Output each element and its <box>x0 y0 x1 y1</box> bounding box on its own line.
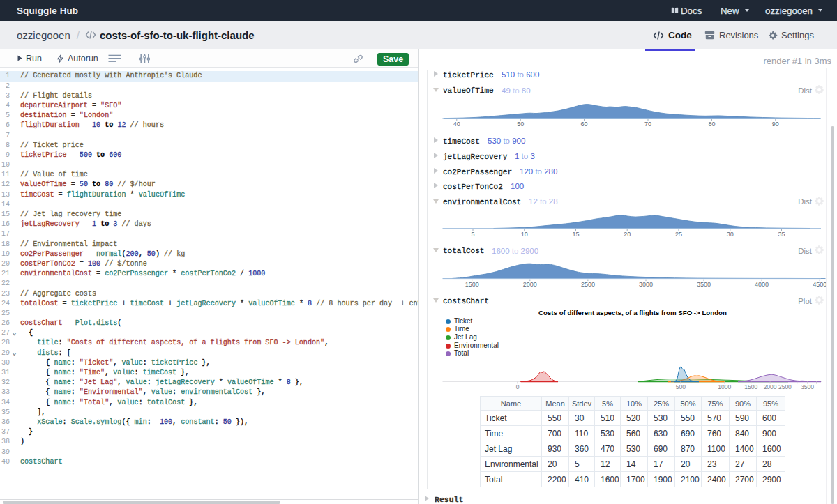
svg-text:25: 25 <box>675 231 682 238</box>
svg-text:60: 60 <box>581 121 588 128</box>
svg-text:35: 35 <box>778 231 785 238</box>
svg-text:3000: 3000 <box>639 281 653 288</box>
svg-text:10: 10 <box>521 231 528 238</box>
svg-text:20: 20 <box>624 231 631 238</box>
svg-text:2000: 2000 <box>764 383 777 390</box>
svg-text:15: 15 <box>572 231 579 238</box>
svg-text:4000: 4000 <box>755 281 769 288</box>
svg-text:3500: 3500 <box>697 281 711 288</box>
svg-text:90: 90 <box>772 121 779 128</box>
svg-text:2000: 2000 <box>523 281 537 288</box>
svg-text:500: 500 <box>676 383 686 390</box>
svg-text:70: 70 <box>644 121 651 128</box>
svg-text:30: 30 <box>727 231 734 238</box>
svg-text:2500: 2500 <box>581 281 595 288</box>
svg-text:2500: 2500 <box>778 383 792 390</box>
svg-text:1500: 1500 <box>744 383 757 390</box>
svg-text:1500: 1500 <box>465 281 479 288</box>
svg-text:40: 40 <box>453 121 460 128</box>
svg-text:3500: 3500 <box>801 383 814 390</box>
svg-text:1000: 1000 <box>718 383 731 390</box>
svg-text:80: 80 <box>708 121 715 128</box>
svg-text:50: 50 <box>517 121 524 128</box>
svg-text:5: 5 <box>471 231 474 238</box>
svg-text:0: 0 <box>516 383 520 390</box>
svg-text:4500: 4500 <box>813 281 827 288</box>
